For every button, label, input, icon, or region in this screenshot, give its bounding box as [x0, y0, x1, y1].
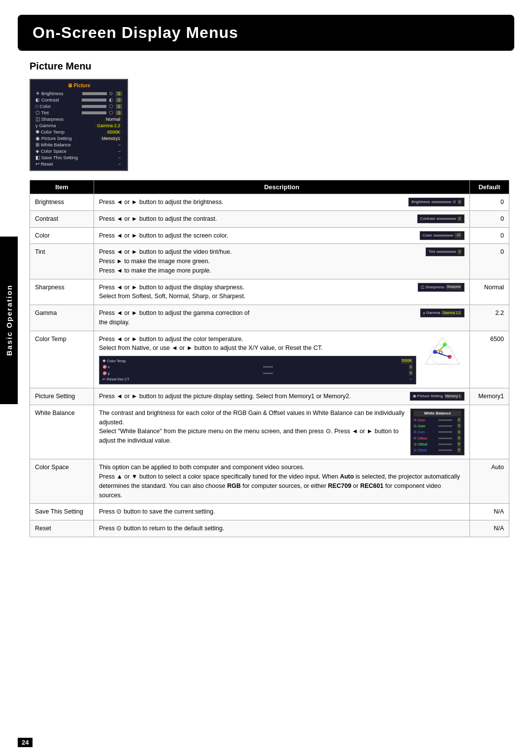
- colortemp-cell: Press ◄ or ► button to adjust the color …: [99, 335, 465, 385]
- tint-mini-osd: Tint 0: [426, 247, 465, 256]
- colortemp-diagram: [420, 335, 465, 374]
- item-savesetting: Save This Setting: [30, 504, 94, 520]
- picturesetting-mini-osd: ◉ Picture Setting Memory 1: [410, 392, 465, 401]
- default-color: 0: [470, 227, 509, 244]
- picture-menu-section: 🖥 Picture ☀ Brightness ⊙ 0 ◐ Contrast ◐ …: [30, 79, 509, 171]
- item-color: Color: [30, 227, 94, 244]
- colortemp-mini-osd: ✱ Color Temp 5000K 🎯 x 0: [99, 356, 416, 384]
- side-tab: Basic Operation: [0, 237, 18, 404]
- table-row-whitebalance: White Balance The contrast and brightnes…: [30, 405, 509, 459]
- sharpness-cell: Press ◄ or ► button to adjust the displa…: [99, 283, 465, 302]
- osd-row-brightness: ☀ Brightness ⊙ 0: [35, 90, 122, 97]
- item-brightness: Brightness: [30, 194, 94, 211]
- osd-row-colortemp: ✱ Color Temp 6500K: [35, 129, 122, 135]
- whitebalance-cell: The contrast and brightness for each col…: [99, 409, 465, 456]
- color-mini-osd: Color -12: [420, 231, 465, 240]
- table-row-savesetting: Save This Setting Press ⊙ button to save…: [30, 504, 509, 520]
- side-tab-label: Basic Operation: [5, 284, 13, 356]
- contrast-cell: Press ◄ or ► button to adjust the contra…: [99, 214, 465, 224]
- default-tint: 0: [470, 244, 509, 279]
- header-banner: On-Screen Display Menus: [18, 15, 514, 51]
- contrast-mini-osd: Contrast 0: [417, 214, 465, 223]
- item-colortemp: Color Temp: [30, 331, 94, 388]
- desc-reset: Press ⊙ button to return to the default …: [94, 520, 470, 537]
- item-colorspace: Color Space: [30, 459, 94, 504]
- table-row-color: Color Press ◄ or ► button to adjust the …: [30, 227, 509, 244]
- default-colortemp: 6500: [470, 331, 509, 388]
- item-tint: Tint: [30, 244, 94, 279]
- default-gamma: 2.2: [470, 305, 509, 331]
- default-whitebalance: [470, 405, 509, 459]
- item-reset: Reset: [30, 520, 94, 537]
- osd-row-whitebalance: ⊞ White Balance ←: [35, 141, 122, 148]
- gamma-cell: Press ◄ or ► button to adjust the gamma …: [99, 309, 465, 327]
- default-savesetting: N/A: [470, 504, 509, 520]
- desc-sharpness: Press ◄ or ► button to adjust the displa…: [94, 279, 470, 305]
- osd-row-gamma: γ Gamma Gamma 2.2: [35, 122, 122, 129]
- table-row-sharpness: Sharpness Press ◄ or ► button to adjust …: [30, 279, 509, 305]
- page-title: On-Screen Display Menus: [33, 24, 499, 42]
- th-item: Item: [30, 180, 94, 194]
- table-row-brightness: Brightness Press ◄ or ► button to adjust…: [30, 194, 509, 211]
- svg-point-4: [441, 348, 443, 350]
- desc-brightness: Press ◄ or ► button to adjust the bright…: [94, 194, 470, 211]
- brightness-mini-osd: Brightness ⊙ 0: [408, 198, 465, 206]
- desc-whitebalance: The contrast and brightness for each col…: [94, 405, 470, 459]
- item-whitebalance: White Balance: [30, 405, 94, 459]
- svg-point-3: [438, 349, 440, 351]
- default-colorspace: Auto: [470, 459, 509, 504]
- desc-gamma: Press ◄ or ► button to adjust the gamma …: [94, 305, 470, 331]
- osd-row-sharpness: ◫ Sharpness Normal: [35, 116, 122, 122]
- th-description: Description: [94, 180, 470, 194]
- default-reset: N/A: [470, 520, 509, 537]
- desc-colortemp: Press ◄ or ► button to adjust the color …: [94, 331, 470, 388]
- osd-row-picturesetting: ◉ Picture Setting Memory1: [35, 135, 122, 141]
- color-cell: Press ◄ or ► button to adjust the screen…: [99, 231, 465, 241]
- tint-cell: Press ◄ or ► button to adjust the video …: [99, 247, 465, 275]
- osd-row-reset: ↩ Reset ←: [35, 161, 122, 167]
- osd-row-savesetting: ◧ Save This Setting ←: [35, 154, 122, 161]
- section-title: Picture Menu: [30, 61, 509, 72]
- default-picturesetting: Memory1: [470, 388, 509, 405]
- osd-row-colorspace: ◈ Color Space ←: [35, 148, 122, 154]
- svg-point-2: [439, 351, 442, 354]
- sharpness-mini-osd: ◫ Sharpness Sharpest: [418, 283, 465, 292]
- svg-marker-0: [425, 337, 460, 364]
- table-row-colorspace: Color Space This option can be applied t…: [30, 459, 509, 504]
- desc-savesetting: Press ⊙ button to save the current setti…: [94, 504, 470, 520]
- page-number: 24: [18, 738, 33, 747]
- osd-title: 🖥 Picture: [35, 83, 122, 88]
- colortemp-chart-svg: [420, 335, 465, 374]
- table-row-tint: Tint Press ◄ or ► button to adjust the v…: [30, 244, 509, 279]
- desc-color: Press ◄ or ► button to adjust the screen…: [94, 227, 470, 244]
- desc-picturesetting: Press ◄ or ► button to adjust the pictur…: [94, 388, 470, 405]
- main-content: Picture Menu 🖥 Picture ☀ Brightness ⊙ 0 …: [25, 61, 514, 537]
- default-brightness: 0: [470, 194, 509, 211]
- brightness-cell: Press ◄ or ► button to adjust the bright…: [99, 198, 465, 207]
- gamma-mini-osd: γ Gamma Gamma 2.2: [420, 309, 465, 317]
- table-row-reset: Reset Press ⊙ button to return to the de…: [30, 520, 509, 537]
- osd-row-color: □ Color ⬡ 0: [35, 103, 122, 109]
- table-row-gamma: Gamma Press ◄ or ► button to adjust the …: [30, 305, 509, 331]
- table-row-colortemp: Color Temp Press ◄ or ► button to adjust…: [30, 331, 509, 388]
- table-row-picturesetting: Picture Setting Press ◄ or ► button to a…: [30, 388, 509, 405]
- description-table: Item Description Default Brightness Pres…: [30, 180, 509, 537]
- default-sharpness: Normal: [470, 279, 509, 305]
- default-contrast: 0: [470, 210, 509, 227]
- desc-contrast: Press ◄ or ► button to adjust the contra…: [94, 210, 470, 227]
- whitebalance-mini-osd: White Balance R Gain 0 G Gain 0: [410, 409, 465, 456]
- item-sharpness: Sharpness: [30, 279, 94, 305]
- desc-colorspace: This option can be applied to both compu…: [94, 459, 470, 504]
- desc-tint: Press ◄ or ► button to adjust the video …: [94, 244, 470, 279]
- table-row-contrast: Contrast Press ◄ or ► button to adjust t…: [30, 210, 509, 227]
- osd-row-tint: ⬡ Tint ⬡ 0: [35, 109, 122, 116]
- item-gamma: Gamma: [30, 305, 94, 331]
- svg-point-5: [443, 347, 445, 349]
- picturesetting-cell: Press ◄ or ► button to adjust the pictur…: [99, 392, 465, 401]
- osd-row-contrast: ◐ Contrast ◐ 0: [35, 97, 122, 103]
- item-picturesetting: Picture Setting: [30, 388, 94, 405]
- th-default: Default: [470, 180, 509, 194]
- osd-screen: 🖥 Picture ☀ Brightness ⊙ 0 ◐ Contrast ◐ …: [30, 79, 128, 171]
- item-contrast: Contrast: [30, 210, 94, 227]
